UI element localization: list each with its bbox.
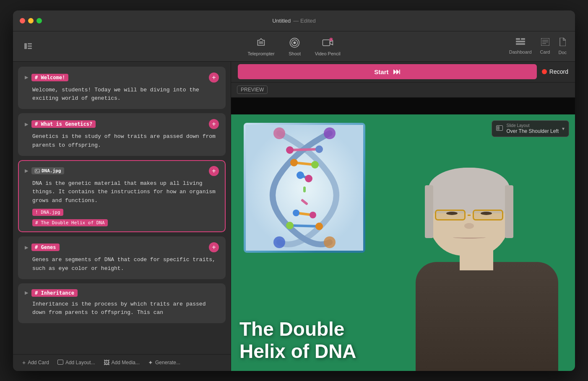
generate-btn[interactable]: ✦ Generate...	[144, 358, 185, 368]
preview-controls: Start ⏭ Record	[231, 62, 575, 83]
eye-left	[446, 212, 458, 215]
card-header: ▶ DNA.jpg +	[25, 166, 219, 176]
svg-rect-3	[28, 48, 32, 49]
doc-nav[interactable]: Doc	[558, 38, 567, 55]
expand-arrow-icon[interactable]: ▶	[25, 168, 28, 174]
record-label: Record	[549, 68, 568, 75]
doc-label: Doc	[558, 50, 567, 55]
sidebar-toggle-button[interactable]	[21, 39, 35, 53]
person-hair	[428, 168, 510, 213]
svg-rect-12	[516, 38, 520, 40]
chevron-down-icon: ▾	[562, 126, 565, 132]
svg-point-21	[36, 170, 37, 171]
expand-arrow-icon[interactable]: ▶	[25, 75, 28, 80]
person-hair-left	[425, 185, 433, 238]
add-card-button[interactable]: +	[209, 73, 219, 83]
start-button[interactable]: Start ⏭	[238, 64, 537, 79]
add-layout-icon	[57, 359, 63, 366]
preview-label-bar: PREVIEW	[231, 83, 575, 98]
shoot-tool[interactable]: Shoot	[288, 36, 302, 56]
card-body: DNA is the genetic material that makes u…	[25, 179, 219, 205]
person-mouth	[453, 236, 486, 238]
card-header-left: ▶ # Welcome!	[25, 74, 68, 81]
card-attachment: ! DNA.jpg	[25, 209, 219, 216]
fullscreen-button[interactable]	[36, 18, 42, 23]
glasses-bridge	[468, 215, 471, 216]
bottom-toolbar: + Add Card Add Layout... 🖼 Add Media...	[13, 354, 231, 371]
slide-layout-badge[interactable]: Slide Layout Over The Shoulder Left ▾	[492, 120, 569, 137]
dashboard-label: Dashboard	[509, 49, 532, 54]
card-inheritance[interactable]: ▶ # Inheritance Inheritance is the proce…	[18, 283, 226, 324]
card-body: Inheritance is the process by which trai…	[25, 300, 219, 318]
expand-arrow-icon[interactable]: ▶	[25, 290, 28, 295]
teleprompter-icon	[255, 36, 268, 49]
right-panel: Start ⏭ Record PREVIEW	[231, 62, 575, 371]
add-card-button[interactable]: +	[209, 166, 219, 176]
image-tag: DNA.jpg	[31, 167, 64, 174]
glasses-lens-right	[473, 210, 503, 220]
card-tag: # Inheritance	[31, 289, 78, 297]
toolbar-left	[21, 39, 35, 53]
card-header: ▶ # What is Genetics? +	[25, 119, 219, 129]
svg-rect-46	[497, 126, 500, 130]
svg-point-8	[294, 41, 296, 44]
person-body	[416, 262, 558, 371]
svg-rect-20	[35, 169, 40, 173]
expand-arrow-icon[interactable]: ▶	[25, 122, 28, 127]
person-hair-right	[505, 185, 513, 238]
card-header-left: ▶ # Inheritance	[25, 289, 78, 297]
shoot-label: Shoot	[289, 51, 301, 56]
card-header-left: ▶ # What is Genetics?	[25, 120, 96, 128]
add-card-button[interactable]: +	[209, 242, 219, 252]
left-panel: ▶ # Welcome! + Welcome, students! Today …	[13, 62, 231, 371]
shoot-icon	[288, 36, 302, 49]
record-button[interactable]: Record	[542, 68, 568, 75]
close-button[interactable]	[20, 18, 25, 23]
svg-rect-2	[28, 46, 32, 47]
card-label: Card	[540, 49, 550, 54]
add-media-btn[interactable]: 🖼 Add Media...	[99, 358, 144, 368]
video-pencil-tool[interactable]: ✓ Video Pencil	[315, 36, 341, 56]
window-subtitle: — Edited	[293, 18, 316, 24]
cards-list: ▶ # Welcome! + Welcome, students! Today …	[13, 62, 231, 354]
card-header: ▶ # Genes +	[25, 242, 219, 252]
preview-area: The DoubleHelix of DNA Slide Layout	[231, 98, 575, 371]
svg-rect-0	[24, 43, 27, 49]
record-dot-icon	[542, 69, 547, 74]
video-pencil-label: Video Pencil	[315, 51, 341, 56]
slide-title-text: The DoubleHelix of DNA	[239, 318, 356, 362]
svg-rect-14	[516, 43, 525, 45]
app-window: Untitled — Edited	[13, 10, 575, 371]
minimize-button[interactable]	[28, 18, 34, 23]
card-body: Genetics is the study of how traits are …	[25, 132, 219, 150]
titlebar-center: Untitled — Edited	[272, 18, 316, 24]
card-body: Welcome, students! Today we will be divi…	[25, 86, 219, 104]
card-nav[interactable]: Card	[540, 38, 550, 54]
dashboard-nav[interactable]: Dashboard	[509, 38, 532, 54]
card-slide-attachment: # The Double Helix of DNA	[25, 219, 219, 226]
card-welcome[interactable]: ▶ # Welcome! + Welcome, students! Today …	[18, 67, 226, 109]
add-layout-btn[interactable]: Add Layout...	[53, 358, 99, 368]
skip-icon: ⏭	[393, 67, 401, 76]
add-card-icon: +	[22, 359, 26, 366]
slide-layout-top: Slide Layout	[506, 123, 559, 128]
add-card-label: Add Card	[28, 360, 49, 365]
svg-rect-22	[57, 360, 63, 365]
preview-content: The DoubleHelix of DNA Slide Layout	[231, 114, 575, 371]
expand-arrow-icon[interactable]: ▶	[25, 245, 28, 250]
add-card-button[interactable]: +	[209, 119, 219, 129]
card-genes[interactable]: ▶ # Genes + Genes are segments of DNA th…	[18, 236, 226, 279]
card-genetics[interactable]: ▶ # What is Genetics? + Genetics is the …	[18, 113, 226, 156]
svg-rect-13	[516, 41, 525, 42]
teleprompter-tool[interactable]: Teleprompter	[247, 36, 274, 56]
slide-layout-text: Slide Layout Over The Shoulder Left	[506, 123, 559, 134]
doc-icon	[559, 38, 566, 48]
generate-label: Generate...	[155, 360, 180, 365]
add-card-btn[interactable]: + Add Card	[18, 358, 53, 368]
card-header: ▶ # Welcome! +	[25, 73, 219, 83]
titlebar: Untitled — Edited	[13, 10, 575, 31]
preview-black-bar	[231, 98, 575, 114]
svg-rect-15	[521, 38, 525, 40]
card-dna[interactable]: ▶ DNA.jpg + DNA i	[18, 160, 226, 232]
toolbar-right: Dashboard Card	[509, 38, 567, 55]
